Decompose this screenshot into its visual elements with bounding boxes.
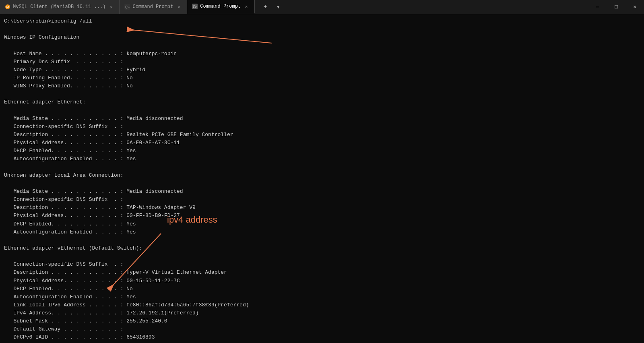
terminal-line: Physical Address. . . . . . . . . : 00-1… [4,277,640,285]
terminal-line [4,25,640,33]
terminal-line: Physical Address. . . . . . . . . : 0A-E… [4,139,640,147]
terminal-line: DHCPv6 Client DUID. . . . . . . . : 00-0… [4,342,640,343]
terminal-line [4,107,640,115]
terminal-line: Connection-specific DNS Suffix . : [4,196,640,204]
close-button[interactable]: ✕ [625,0,644,14]
terminal-line [4,163,640,172]
terminal-line: Node Type . . . . . . . . . . . . : Hybr… [4,66,640,74]
terminal-line: Ethernet adapter vEthernet (Default Swit… [4,244,640,252]
terminal-line: IPv4 Address. . . . . . . . . . . : 172.… [4,309,640,317]
terminal-line: Media State . . . . . . . . . . . : Medi… [4,115,640,123]
terminal-line: Description . . . . . . . . . . . : Real… [4,131,640,139]
tab-cmd2-label: Command Prompt [200,4,241,9]
cmd1-icon: C> [124,4,130,10]
prompt-line: C:\Users\robin>ipconfig /all [4,17,640,25]
tab-mysql[interactable]: M MySQL Client (MariaDB 10.11 ...) ✕ [0,0,120,14]
tab-cmd2[interactable]: C> Command Prompt ✕ [187,0,255,14]
terminal-line: WINS Proxy Enabled. . . . . . . . : No [4,82,640,90]
terminal-line: Windows IP Configuration [4,33,640,41]
terminal-line: Autoconfiguration Enabled . . . . : Yes [4,155,640,163]
terminal-line [4,90,640,98]
terminal-output: Windows IP Configuration Host Name . . .… [4,25,640,343]
terminal-line: Host Name . . . . . . . . . . . . : komp… [4,50,640,58]
terminal-line: Autoconfiguration Enabled . . . . : Yes [4,293,640,301]
tab-mysql-label: MySQL Client (MariaDB 10.11 ...) [13,4,105,10]
cmd2-icon: C> [192,4,198,9]
svg-text:C>: C> [193,5,197,9]
titlebar-actions: + ▾ [256,0,287,14]
terminal-line: Media State . . . . . . . . . . . : Medi… [4,188,640,196]
terminal-line: DHCP Enabled. . . . . . . . . . . : Yes [4,220,640,228]
svg-text:C>: C> [125,5,130,9]
terminal-line: Ethernet adapter Ethernet: [4,98,640,106]
terminal-line: Description . . . . . . . . . . . : TAP-… [4,204,640,212]
dropdown-button[interactable]: ▾ [272,1,284,12]
terminal-line: Connection-specific DNS Suffix . : [4,260,640,269]
terminal-line: Description . . . . . . . . . . . : Hype… [4,269,640,277]
terminal-line: Connection-specific DNS Suffix . : [4,123,640,131]
terminal[interactable]: C:\Users\robin>ipconfig /all Windows IP … [0,14,644,343]
maximize-button[interactable]: □ [607,0,625,14]
terminal-line: DHCPv6 IAID . . . . . . . . . . . : 6543… [4,333,640,341]
terminal-line: Default Gateway . . . . . . . . . : [4,325,640,333]
terminal-line: DHCP Enabled. . . . . . . . . . . : No [4,285,640,293]
terminal-line [4,236,640,244]
tab-cmd2-close[interactable]: ✕ [243,3,250,10]
mysql-icon: M [5,4,10,10]
terminal-line: Primary Dns Suffix . . . . . . . : [4,58,640,66]
terminal-line: IP Routing Enabled. . . . . . . . : No [4,74,640,82]
tab-cmd1-close[interactable]: ✕ [175,4,182,10]
terminal-line [4,180,640,188]
new-tab-button[interactable]: + [260,1,271,12]
window-controls: — □ ✕ [588,0,644,14]
terminal-line: Physical Address. . . . . . . . . : 00-F… [4,212,640,220]
terminal-line [4,41,640,50]
terminal-line: DHCP Enabled. . . . . . . . . . . : Yes [4,147,640,155]
titlebar: M MySQL Client (MariaDB 10.11 ...) ✕ C> … [0,0,644,14]
tab-cmd1[interactable]: C> Command Prompt ✕ [120,0,187,14]
terminal-line: Subnet Mask . . . . . . . . . . . : 255.… [4,317,640,325]
svg-text:M: M [6,5,9,9]
tab-cmd1-label: Command Prompt [132,4,173,10]
terminal-line: Unknown adapter Local Area Connection: [4,172,640,180]
minimize-button[interactable]: — [588,0,607,14]
terminal-line: Link-local IPv6 Address . . . . . : fe80… [4,301,640,309]
terminal-line: Autoconfiguration Enabled . . . . : Yes [4,228,640,236]
tab-mysql-close[interactable]: ✕ [108,4,114,10]
terminal-line [4,252,640,260]
